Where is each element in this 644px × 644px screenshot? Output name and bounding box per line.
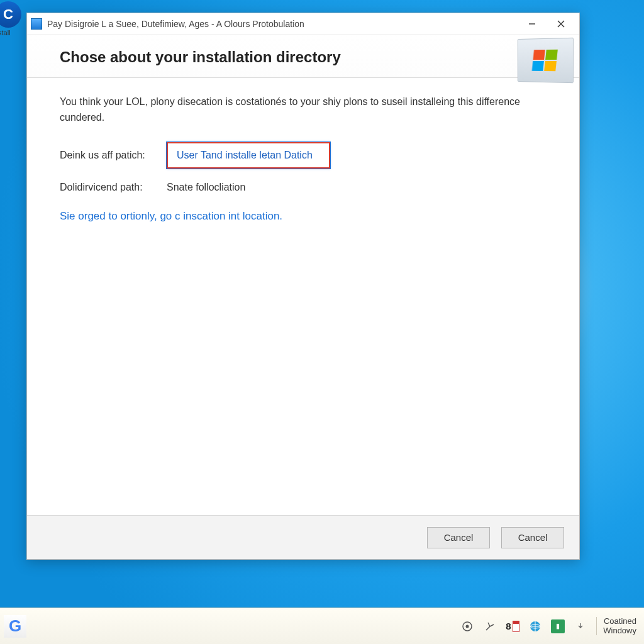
- clock-line-1: Coatined: [603, 617, 636, 626]
- installer-window: Pay Disigroie L a Suee, Dutefimiew, Ages…: [26, 13, 580, 560]
- install-path-row: Deink us aff patich: User Tand installe …: [60, 142, 547, 169]
- taskbar-clock[interactable]: Coatined Windowy: [596, 617, 636, 636]
- tray-overflow-icon[interactable]: [574, 619, 587, 633]
- taskbar[interactable]: G 8 ▮ Coatined Windowy: [0, 608, 644, 644]
- tray-day-number: 8: [506, 621, 511, 631]
- close-button[interactable]: [547, 14, 575, 33]
- wizard-header: Chose about your installation directory: [27, 35, 579, 78]
- desktop-shortcut-icon[interactable]: С: [0, 1, 21, 28]
- install-path-field[interactable]: User Tand installe letan Datich: [167, 142, 330, 169]
- cancel-button[interactable]: Cancel: [427, 527, 490, 548]
- titlebar[interactable]: Pay Disigroie L a Suee, Dutefimiew, Ages…: [27, 13, 579, 35]
- tray-network-icon[interactable]: [528, 619, 542, 633]
- tray-app-icon[interactable]: ▮: [551, 619, 565, 633]
- cancel-button-2[interactable]: Cancel: [501, 527, 564, 548]
- page-title: Chose about your installation directory: [60, 48, 562, 66]
- calendar-icon: [513, 621, 520, 632]
- change-location-link[interactable]: Sie orged to ortionly, go c inscation in…: [60, 208, 547, 225]
- minimize-button[interactable]: [518, 14, 547, 33]
- wizard-footer: Cancel Cancel: [27, 515, 579, 559]
- clock-line-2: Windowy: [603, 626, 636, 636]
- taskbar-chrome-icon[interactable]: G: [4, 615, 26, 638]
- window-title: Pay Disigroie L a Suee, Dutefimiew, Ages…: [47, 19, 304, 29]
- destination-path-value: Snate follocliation: [167, 180, 245, 196]
- tray-calendar-icon[interactable]: 8: [506, 619, 519, 633]
- desktop-shortcut-label: ıstall: [0, 29, 11, 36]
- tray-tools-icon[interactable]: [483, 619, 497, 633]
- windows-flag-icon: [532, 50, 558, 71]
- minimize-icon: [528, 20, 536, 28]
- tray-settings-icon[interactable]: [460, 619, 474, 633]
- wizard-content: You think your LOL, plony disecation is …: [27, 78, 579, 515]
- description-text: You think your LOL, plony disecation is …: [60, 94, 538, 126]
- system-tray: 8 ▮ Coatined Windowy: [460, 617, 640, 636]
- windows-logo-monitor: [518, 38, 574, 83]
- app-icon: [31, 18, 42, 30]
- svg-point-4: [466, 625, 469, 628]
- close-icon: [557, 20, 565, 28]
- destination-path-label: Dolidirvicend path:: [60, 180, 167, 196]
- install-path-label: Deink us aff patich:: [60, 148, 167, 164]
- destination-path-row: Dolidirvicend path: Snate follocliation: [60, 180, 547, 196]
